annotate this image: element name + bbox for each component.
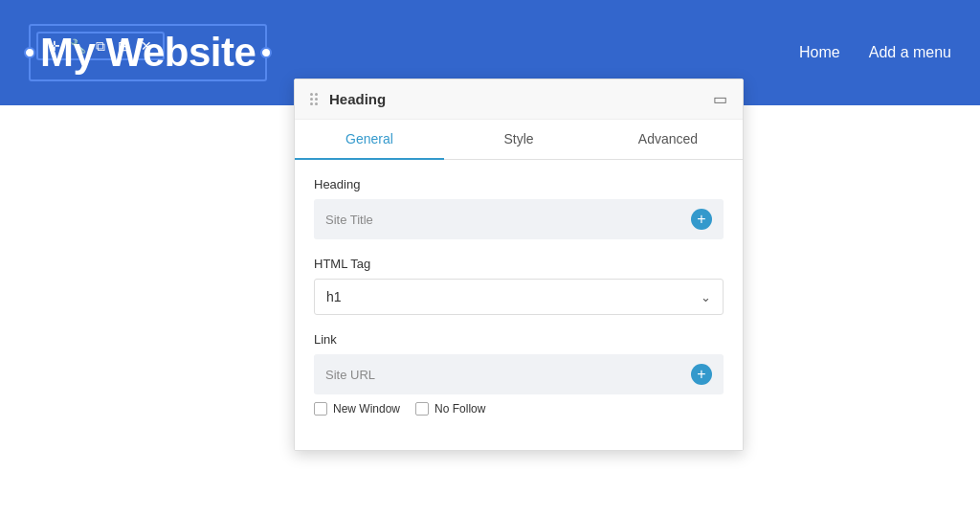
tab-general[interactable]: General [295, 120, 444, 160]
nav-item-home[interactable]: Home [799, 44, 840, 61]
htmltag-field-label: HTML Tag [314, 257, 724, 271]
link-options: New Window No Follow [314, 402, 724, 416]
website-logo-area: My Website [29, 24, 267, 81]
tab-advanced[interactable]: Advanced [593, 120, 743, 160]
panel-body: Heading Site Title + HTML Tag h1 ⌄ Link … [295, 160, 743, 450]
new-window-label: New Window [333, 402, 400, 416]
link-field-label: Link [314, 332, 724, 347]
no-follow-label: No Follow [434, 402, 485, 416]
htmltag-value: h1 [326, 289, 342, 304]
link-placeholder: Site URL [325, 368, 375, 382]
resize-dot-left[interactable] [24, 47, 35, 58]
drag-dots [310, 93, 318, 105]
no-follow-checkbox-box[interactable] [415, 402, 429, 416]
link-input[interactable]: Site URL + [314, 354, 724, 394]
chevron-down-icon: ⌄ [701, 290, 711, 304]
htmltag-select[interactable]: h1 ⌄ [314, 279, 724, 315]
heading-panel: Heading ▭ General Style Advanced Heading… [294, 79, 744, 451]
heading-input[interactable]: Site Title + [314, 199, 724, 239]
new-window-checkbox-box[interactable] [314, 402, 327, 416]
website-title: My Website [40, 30, 256, 75]
new-window-checkbox[interactable]: New Window [314, 402, 400, 416]
heading-field-label: Heading [314, 177, 724, 191]
tab-style[interactable]: Style [444, 120, 593, 160]
panel-tabs: General Style Advanced [295, 120, 743, 160]
heading-field-row: Heading Site Title + [314, 177, 724, 239]
resize-dot-right[interactable] [260, 47, 272, 58]
nav-item-menu[interactable]: Add a menu [869, 44, 951, 61]
panel-title: Heading [329, 91, 386, 107]
website-nav: Home Add a menu [799, 44, 951, 61]
heading-placeholder: Site Title [325, 213, 373, 227]
minimize-icon[interactable]: ▭ [713, 92, 727, 107]
panel-header: Heading ▭ [295, 79, 743, 120]
heading-plus-button[interactable]: + [691, 209, 712, 230]
no-follow-checkbox[interactable]: No Follow [415, 402, 485, 416]
panel-drag-handle[interactable]: Heading [310, 91, 386, 107]
htmltag-field-row: HTML Tag h1 ⌄ [314, 257, 724, 315]
link-field-row: Link Site URL + New Window No Follow [314, 332, 724, 416]
link-plus-button[interactable]: + [691, 364, 712, 385]
